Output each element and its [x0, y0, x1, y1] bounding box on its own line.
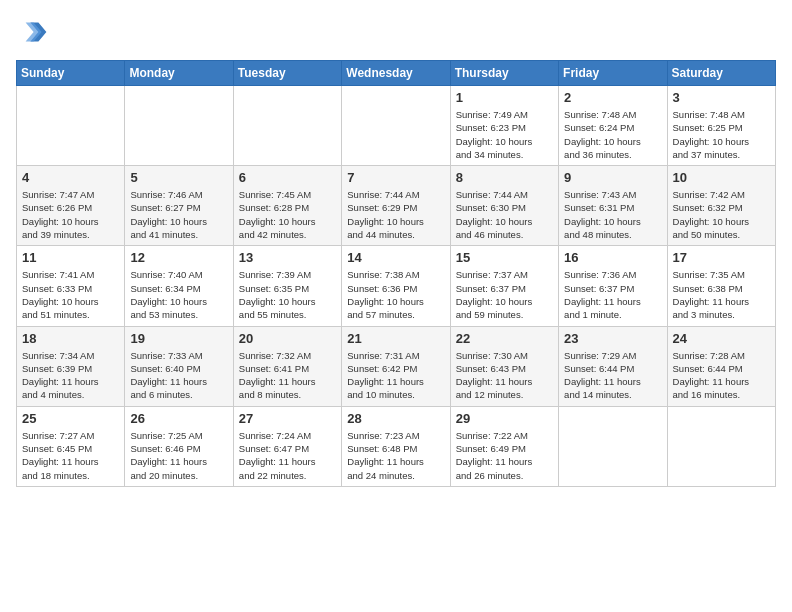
day-number: 14: [347, 250, 444, 265]
day-number: 3: [673, 90, 770, 105]
day-cell: [559, 406, 667, 486]
day-cell: [17, 86, 125, 166]
day-cell: [667, 406, 775, 486]
day-number: 18: [22, 331, 119, 346]
day-info: Sunrise: 7:48 AM Sunset: 6:24 PM Dayligh…: [564, 108, 661, 161]
day-info: Sunrise: 7:44 AM Sunset: 6:30 PM Dayligh…: [456, 188, 553, 241]
day-info: Sunrise: 7:24 AM Sunset: 6:47 PM Dayligh…: [239, 429, 336, 482]
day-info: Sunrise: 7:40 AM Sunset: 6:34 PM Dayligh…: [130, 268, 227, 321]
day-number: 5: [130, 170, 227, 185]
day-cell: 28Sunrise: 7:23 AM Sunset: 6:48 PM Dayli…: [342, 406, 450, 486]
day-cell: 20Sunrise: 7:32 AM Sunset: 6:41 PM Dayli…: [233, 326, 341, 406]
day-info: Sunrise: 7:36 AM Sunset: 6:37 PM Dayligh…: [564, 268, 661, 321]
calendar-header: SundayMondayTuesdayWednesdayThursdayFrid…: [17, 61, 776, 86]
day-cell: [125, 86, 233, 166]
day-cell: 8Sunrise: 7:44 AM Sunset: 6:30 PM Daylig…: [450, 166, 558, 246]
week-row-4: 25Sunrise: 7:27 AM Sunset: 6:45 PM Dayli…: [17, 406, 776, 486]
day-number: 22: [456, 331, 553, 346]
day-info: Sunrise: 7:22 AM Sunset: 6:49 PM Dayligh…: [456, 429, 553, 482]
day-info: Sunrise: 7:41 AM Sunset: 6:33 PM Dayligh…: [22, 268, 119, 321]
week-row-1: 4Sunrise: 7:47 AM Sunset: 6:26 PM Daylig…: [17, 166, 776, 246]
day-number: 17: [673, 250, 770, 265]
header-cell-tuesday: Tuesday: [233, 61, 341, 86]
day-info: Sunrise: 7:28 AM Sunset: 6:44 PM Dayligh…: [673, 349, 770, 402]
day-number: 20: [239, 331, 336, 346]
day-number: 21: [347, 331, 444, 346]
day-number: 12: [130, 250, 227, 265]
day-number: 13: [239, 250, 336, 265]
day-info: Sunrise: 7:23 AM Sunset: 6:48 PM Dayligh…: [347, 429, 444, 482]
day-cell: [342, 86, 450, 166]
calendar-body: 1Sunrise: 7:49 AM Sunset: 6:23 PM Daylig…: [17, 86, 776, 487]
day-cell: 4Sunrise: 7:47 AM Sunset: 6:26 PM Daylig…: [17, 166, 125, 246]
day-number: 15: [456, 250, 553, 265]
day-info: Sunrise: 7:38 AM Sunset: 6:36 PM Dayligh…: [347, 268, 444, 321]
day-cell: 27Sunrise: 7:24 AM Sunset: 6:47 PM Dayli…: [233, 406, 341, 486]
day-cell: 19Sunrise: 7:33 AM Sunset: 6:40 PM Dayli…: [125, 326, 233, 406]
day-info: Sunrise: 7:47 AM Sunset: 6:26 PM Dayligh…: [22, 188, 119, 241]
day-number: 29: [456, 411, 553, 426]
day-info: Sunrise: 7:46 AM Sunset: 6:27 PM Dayligh…: [130, 188, 227, 241]
day-number: 27: [239, 411, 336, 426]
day-info: Sunrise: 7:45 AM Sunset: 6:28 PM Dayligh…: [239, 188, 336, 241]
day-cell: 9Sunrise: 7:43 AM Sunset: 6:31 PM Daylig…: [559, 166, 667, 246]
day-info: Sunrise: 7:33 AM Sunset: 6:40 PM Dayligh…: [130, 349, 227, 402]
day-number: 11: [22, 250, 119, 265]
week-row-2: 11Sunrise: 7:41 AM Sunset: 6:33 PM Dayli…: [17, 246, 776, 326]
day-info: Sunrise: 7:37 AM Sunset: 6:37 PM Dayligh…: [456, 268, 553, 321]
day-cell: 21Sunrise: 7:31 AM Sunset: 6:42 PM Dayli…: [342, 326, 450, 406]
day-cell: 11Sunrise: 7:41 AM Sunset: 6:33 PM Dayli…: [17, 246, 125, 326]
day-number: 28: [347, 411, 444, 426]
day-cell: 7Sunrise: 7:44 AM Sunset: 6:29 PM Daylig…: [342, 166, 450, 246]
day-cell: 17Sunrise: 7:35 AM Sunset: 6:38 PM Dayli…: [667, 246, 775, 326]
week-row-3: 18Sunrise: 7:34 AM Sunset: 6:39 PM Dayli…: [17, 326, 776, 406]
day-info: Sunrise: 7:27 AM Sunset: 6:45 PM Dayligh…: [22, 429, 119, 482]
day-cell: 16Sunrise: 7:36 AM Sunset: 6:37 PM Dayli…: [559, 246, 667, 326]
day-info: Sunrise: 7:25 AM Sunset: 6:46 PM Dayligh…: [130, 429, 227, 482]
day-info: Sunrise: 7:30 AM Sunset: 6:43 PM Dayligh…: [456, 349, 553, 402]
day-cell: 6Sunrise: 7:45 AM Sunset: 6:28 PM Daylig…: [233, 166, 341, 246]
day-info: Sunrise: 7:31 AM Sunset: 6:42 PM Dayligh…: [347, 349, 444, 402]
day-number: 16: [564, 250, 661, 265]
day-number: 1: [456, 90, 553, 105]
day-number: 10: [673, 170, 770, 185]
day-info: Sunrise: 7:49 AM Sunset: 6:23 PM Dayligh…: [456, 108, 553, 161]
day-cell: 26Sunrise: 7:25 AM Sunset: 6:46 PM Dayli…: [125, 406, 233, 486]
day-number: 8: [456, 170, 553, 185]
day-cell: 13Sunrise: 7:39 AM Sunset: 6:35 PM Dayli…: [233, 246, 341, 326]
header-cell-monday: Monday: [125, 61, 233, 86]
day-number: 19: [130, 331, 227, 346]
day-info: Sunrise: 7:43 AM Sunset: 6:31 PM Dayligh…: [564, 188, 661, 241]
day-number: 25: [22, 411, 119, 426]
day-cell: 15Sunrise: 7:37 AM Sunset: 6:37 PM Dayli…: [450, 246, 558, 326]
day-number: 6: [239, 170, 336, 185]
day-cell: 24Sunrise: 7:28 AM Sunset: 6:44 PM Dayli…: [667, 326, 775, 406]
day-cell: 5Sunrise: 7:46 AM Sunset: 6:27 PM Daylig…: [125, 166, 233, 246]
day-number: 7: [347, 170, 444, 185]
header-cell-friday: Friday: [559, 61, 667, 86]
day-info: Sunrise: 7:29 AM Sunset: 6:44 PM Dayligh…: [564, 349, 661, 402]
day-info: Sunrise: 7:42 AM Sunset: 6:32 PM Dayligh…: [673, 188, 770, 241]
day-cell: [233, 86, 341, 166]
day-number: 26: [130, 411, 227, 426]
day-info: Sunrise: 7:34 AM Sunset: 6:39 PM Dayligh…: [22, 349, 119, 402]
day-cell: 29Sunrise: 7:22 AM Sunset: 6:49 PM Dayli…: [450, 406, 558, 486]
day-cell: 1Sunrise: 7:49 AM Sunset: 6:23 PM Daylig…: [450, 86, 558, 166]
week-row-0: 1Sunrise: 7:49 AM Sunset: 6:23 PM Daylig…: [17, 86, 776, 166]
calendar-table: SundayMondayTuesdayWednesdayThursdayFrid…: [16, 60, 776, 487]
header-cell-sunday: Sunday: [17, 61, 125, 86]
day-number: 2: [564, 90, 661, 105]
day-number: 24: [673, 331, 770, 346]
header-cell-saturday: Saturday: [667, 61, 775, 86]
day-cell: 25Sunrise: 7:27 AM Sunset: 6:45 PM Dayli…: [17, 406, 125, 486]
day-cell: 2Sunrise: 7:48 AM Sunset: 6:24 PM Daylig…: [559, 86, 667, 166]
day-info: Sunrise: 7:35 AM Sunset: 6:38 PM Dayligh…: [673, 268, 770, 321]
header-cell-wednesday: Wednesday: [342, 61, 450, 86]
day-cell: 10Sunrise: 7:42 AM Sunset: 6:32 PM Dayli…: [667, 166, 775, 246]
day-info: Sunrise: 7:39 AM Sunset: 6:35 PM Dayligh…: [239, 268, 336, 321]
day-number: 9: [564, 170, 661, 185]
day-number: 4: [22, 170, 119, 185]
day-info: Sunrise: 7:44 AM Sunset: 6:29 PM Dayligh…: [347, 188, 444, 241]
day-info: Sunrise: 7:48 AM Sunset: 6:25 PM Dayligh…: [673, 108, 770, 161]
logo: [16, 16, 52, 48]
